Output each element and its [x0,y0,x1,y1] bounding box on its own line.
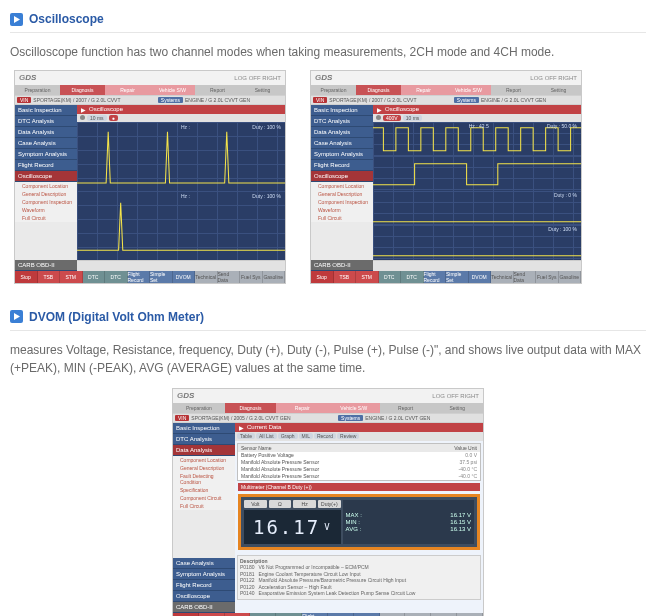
side-sub[interactable]: Component Inspection [311,198,373,206]
tab-setting[interactable]: Setting [240,85,285,95]
tab-diag[interactable]: Diagnosis [356,85,401,95]
timebase[interactable]: 10 ms [87,115,107,121]
fb[interactable]: Stop [311,271,334,283]
tab-prep[interactable]: Preparation [173,403,225,413]
dtab[interactable]: Record [314,433,336,439]
timebase[interactable]: 10 ms [403,115,423,121]
dtab[interactable]: Review [337,433,359,439]
side-sub[interactable]: General Description [15,190,77,198]
tab-report[interactable]: Report [491,85,536,95]
tab-repair[interactable]: Repair [276,403,328,413]
side-sub[interactable]: Component Circuit [173,494,235,502]
dvom-btn-hz[interactable]: Hz [293,500,316,508]
section-title-text: Oscilloscope [29,12,104,26]
side-sub[interactable]: General Description [173,464,235,472]
dvom-btn-duty[interactable]: Duty(+) [318,500,341,508]
side-sym[interactable]: Symptom Analysis [15,149,77,160]
tab-repair[interactable]: Repair [105,85,150,95]
side-sub[interactable]: Waveform [15,206,77,214]
side-item[interactable]: Basic Inspection [311,105,373,116]
fb[interactable]: Send Data [514,271,537,283]
side-sub[interactable]: Component Inspection [15,198,77,206]
fb[interactable]: Technical [195,271,218,283]
tab-repair[interactable]: Repair [401,85,446,95]
side-item[interactable]: Case Analysis [173,558,235,569]
side-item[interactable]: Basic Inspection [173,423,235,434]
tab-report[interactable]: Report [195,85,240,95]
dvom-btn-ohm[interactable]: Ω [269,500,292,508]
tab-diag[interactable]: Diagnosis [60,85,105,95]
side-osc[interactable]: Oscilloscope [15,171,77,182]
fb[interactable]: Fuel Sys [240,271,263,283]
tab-setting[interactable]: Setting [536,85,581,95]
side-item[interactable]: Flight Record [311,160,373,171]
side-item[interactable]: Symptom Analysis [311,149,373,160]
ctrl[interactable]: 400V [383,115,401,121]
fb[interactable]: Send Data [218,271,241,283]
fb[interactable]: DTC [105,271,128,283]
side-sub[interactable]: Full Circuit [15,214,77,222]
fb[interactable]: Flight Record [424,271,447,283]
side-item[interactable]: DTC Analysis [311,116,373,127]
fb[interactable]: DVOM [173,271,196,283]
fb[interactable]: DTC [379,271,402,283]
side-data[interactable]: Data Analysis [15,127,77,138]
fb[interactable]: Simple Set [150,271,173,283]
fb[interactable]: Stop [15,271,38,283]
tab-setting[interactable]: Setting [431,403,483,413]
tab-vsw[interactable]: Vehicle S/W [328,403,380,413]
fb[interactable]: TSB [334,271,357,283]
side-item[interactable]: DTC Analysis [173,434,235,445]
side-obd[interactable]: CARB OBD-II [15,260,77,271]
side-sub[interactable]: Waveform [311,206,373,214]
sensor-table: Sensor NameValue Unit Battery Positive V… [237,443,481,481]
dvom-btn-volt[interactable]: Volt [244,500,267,508]
side-obd[interactable]: CARB OBD-II [173,602,235,613]
fb[interactable]: Technical [491,271,514,283]
side-sub[interactable]: Fault Detecting Condition [173,472,235,486]
side-dtc[interactable]: DTC Analysis [15,116,77,127]
dtab[interactable]: All List [256,433,277,439]
side-sub[interactable]: Full Circuit [311,214,373,222]
tab-prep[interactable]: Preparation [311,85,356,95]
side-sub[interactable]: Full Circuit [173,502,235,510]
side-case[interactable]: Case Analysis [15,138,77,149]
side-fr[interactable]: Flight Record [15,160,77,171]
side-item[interactable]: Case Analysis [311,138,373,149]
fb[interactable]: STM [356,271,379,283]
tab-diag[interactable]: Diagnosis [225,403,277,413]
side-data[interactable]: Data Analysis [173,445,235,456]
fb[interactable]: Fuel Sys [536,271,559,283]
fb[interactable]: Gasoline [263,271,286,283]
fb[interactable]: TSB [38,271,61,283]
fb[interactable]: DTC [401,271,424,283]
ctrl-pill[interactable]: ● [109,115,118,121]
fb[interactable]: Gasoline [559,271,582,283]
tab-report[interactable]: Report [380,403,432,413]
tab-prep[interactable]: Preparation [15,85,60,95]
dtab[interactable]: MIL [299,433,313,439]
side-item[interactable]: Symptom Analysis [173,569,235,580]
fb[interactable]: Simple Set [446,271,469,283]
side-sub[interactable]: General Description [311,190,373,198]
tab-vsw[interactable]: Vehicle S/W [446,85,491,95]
fb[interactable]: DTC [83,271,106,283]
side-osc[interactable]: Oscilloscope [311,171,373,182]
side-sub[interactable]: Component Location [311,182,373,190]
tab-vsw[interactable]: Vehicle S/W [150,85,195,95]
side-item[interactable]: Oscilloscope [173,591,235,602]
side-sub[interactable]: Specification [173,486,235,494]
fb[interactable]: Flight Record [128,271,151,283]
side-sub[interactable]: Component Location [15,182,77,190]
rec-icon[interactable] [376,115,381,120]
fb[interactable]: DVOM [469,271,492,283]
rec-icon[interactable] [80,115,85,120]
fb[interactable]: STM [60,271,83,283]
side-item[interactable]: Flight Record [173,580,235,591]
side-basic[interactable]: Basic Inspection [15,105,77,116]
dtab[interactable]: Table [237,433,255,439]
dtab[interactable]: Graph [278,433,298,439]
side-obd[interactable]: CARB OBD-II [311,260,373,271]
side-item[interactable]: Data Analysis [311,127,373,138]
side-sub[interactable]: Component Location [173,456,235,464]
